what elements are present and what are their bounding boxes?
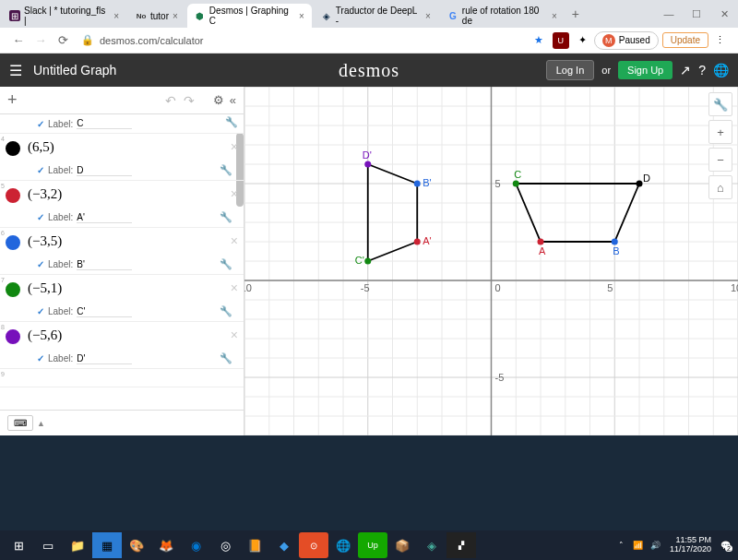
notifications-icon[interactable]: 💬2 bbox=[720, 541, 731, 550]
expression-row-empty[interactable]: 9 bbox=[0, 369, 244, 387]
wrench-icon[interactable]: 🔧 bbox=[220, 258, 232, 270]
edge-icon[interactable]: ◉ bbox=[181, 532, 210, 558]
forward-button[interactable]: → bbox=[31, 31, 50, 50]
close-window-button[interactable]: ✕ bbox=[710, 3, 738, 25]
chevron-up-icon[interactable]: ˄ bbox=[619, 541, 624, 550]
wrench-tool-icon[interactable]: 🔧 bbox=[708, 92, 732, 116]
app-icon[interactable]: ◆ bbox=[269, 532, 299, 558]
minimize-button[interactable]: — bbox=[655, 3, 683, 25]
close-icon[interactable]: × bbox=[113, 11, 119, 21]
expression-row[interactable]: 4 (6,5) × ✓Label:🔧 bbox=[0, 134, 244, 181]
graph-area[interactable]: 🔧 + − ⌂ -10-5510-550 ABCDA'B'C'D' bbox=[244, 87, 738, 435]
close-icon[interactable]: × bbox=[552, 11, 557, 21]
collapse-sidebar-icon[interactable]: « bbox=[230, 93, 236, 107]
wifi-icon[interactable]: 📶 bbox=[633, 541, 643, 550]
graph-title[interactable]: Untitled Graph bbox=[33, 63, 116, 77]
label-input[interactable] bbox=[77, 353, 132, 364]
update-button[interactable]: Update bbox=[662, 32, 708, 48]
tab-tutor[interactable]: Notutor× bbox=[128, 4, 185, 28]
home-button[interactable]: ⌂ bbox=[708, 175, 732, 199]
tab-deepl[interactable]: ◈Traductor de DeepL -× bbox=[314, 4, 438, 28]
share-icon[interactable]: ↗ bbox=[680, 63, 691, 77]
app-icon[interactable]: 📦 bbox=[387, 532, 417, 558]
expression-row[interactable]: 6 (−3,5) × ✓Label:🔧 bbox=[0, 228, 244, 275]
label-input[interactable] bbox=[77, 165, 132, 176]
check-icon[interactable]: ✓ bbox=[37, 212, 44, 222]
wrench-icon[interactable]: 🔧 bbox=[225, 116, 238, 128]
app-icon[interactable]: ▦ bbox=[92, 532, 122, 558]
wrench-icon[interactable]: 🔧 bbox=[220, 305, 232, 317]
delete-icon[interactable]: × bbox=[231, 186, 238, 201]
menu-icon[interactable]: ⋮ bbox=[711, 32, 728, 49]
check-icon[interactable]: ✓ bbox=[37, 259, 44, 269]
expression-row[interactable]: 7 (−5,1) × ✓Label:🔧 bbox=[0, 275, 244, 322]
ublock-icon[interactable]: U bbox=[553, 32, 569, 49]
settings-gear-icon[interactable]: ⚙ bbox=[213, 93, 224, 107]
reload-button[interactable]: ⟳ bbox=[54, 31, 72, 50]
explorer-icon[interactable]: 📁 bbox=[63, 532, 92, 558]
url-input[interactable]: 🔒desmos.com/calculator bbox=[81, 34, 520, 46]
clock[interactable]: 11:55 PM 11/17/2020 bbox=[670, 536, 711, 554]
wrench-icon[interactable]: 🔧 bbox=[220, 164, 232, 176]
star-icon[interactable]: ★ bbox=[530, 32, 547, 49]
volume-icon[interactable]: 🔊 bbox=[650, 541, 661, 550]
close-icon[interactable]: × bbox=[299, 11, 304, 21]
check-icon[interactable]: ✓ bbox=[37, 165, 44, 175]
wrench-icon[interactable]: 🔧 bbox=[220, 352, 232, 364]
delete-icon[interactable]: × bbox=[231, 280, 238, 295]
task-view-icon[interactable]: ▭ bbox=[33, 532, 63, 558]
back-button[interactable]: ← bbox=[9, 31, 28, 50]
app-icon[interactable]: 📙 bbox=[240, 532, 269, 558]
check-icon[interactable]: ✓ bbox=[37, 353, 44, 363]
point-color-icon[interactable] bbox=[6, 188, 20, 203]
delete-icon[interactable]: × bbox=[231, 139, 238, 154]
wrench-icon[interactable]: 🔧 bbox=[220, 211, 232, 223]
expression-row[interactable]: 5 (−3,2) × ✓Label:🔧 bbox=[0, 181, 244, 228]
maximize-button[interactable]: ☐ bbox=[683, 3, 710, 25]
delete-icon[interactable]: × bbox=[231, 328, 238, 342]
zoom-out-button[interactable]: − bbox=[708, 148, 732, 172]
expression-text[interactable]: (6,5) bbox=[0, 134, 244, 161]
help-icon[interactable]: ? bbox=[698, 63, 706, 77]
obs-icon[interactable]: ◎ bbox=[210, 532, 240, 558]
signup-button[interactable]: Sign Up bbox=[618, 61, 673, 79]
login-button[interactable]: Log In bbox=[546, 60, 595, 80]
close-icon[interactable]: × bbox=[425, 11, 431, 21]
start-button[interactable]: ⊞ bbox=[4, 532, 33, 558]
chevron-up-icon[interactable]: ▲ bbox=[37, 419, 45, 428]
zoom-in-button[interactable]: + bbox=[708, 120, 732, 144]
firefox-icon[interactable]: 🦊 bbox=[151, 532, 181, 558]
check-icon[interactable]: ✓ bbox=[37, 119, 44, 129]
app-icon[interactable]: ◈ bbox=[417, 532, 446, 558]
expression-row[interactable]: 8 (−5,6) × ✓Label:🔧 bbox=[0, 322, 244, 369]
label-input[interactable] bbox=[77, 306, 132, 317]
redo-button[interactable]: ↷ bbox=[184, 93, 195, 108]
upwork-icon[interactable]: Up bbox=[358, 532, 387, 558]
profile-paused[interactable]: MPaused bbox=[594, 31, 659, 50]
add-expression-button[interactable]: + bbox=[7, 90, 18, 110]
tab-desmos-active[interactable]: ⬢Desmos | Graphing C× bbox=[187, 4, 312, 28]
point-color-icon[interactable] bbox=[6, 329, 20, 344]
chrome-icon[interactable]: 🌐 bbox=[328, 532, 358, 558]
paint-icon[interactable]: 🎨 bbox=[122, 532, 151, 558]
new-tab-button[interactable]: + bbox=[565, 6, 587, 21]
expression-text[interactable]: (−3,2) bbox=[0, 181, 244, 208]
delete-icon[interactable]: × bbox=[231, 233, 238, 248]
app-icon[interactable]: ⊙ bbox=[299, 532, 328, 558]
expression-text[interactable]: (−3,5) bbox=[0, 228, 244, 255]
label-input[interactable] bbox=[77, 212, 132, 223]
point-color-icon[interactable] bbox=[6, 282, 20, 297]
expression-text[interactable]: (−5,6) bbox=[0, 322, 244, 349]
tab-google[interactable]: Grule of rotation 180 de× bbox=[440, 4, 565, 28]
point-color-icon[interactable] bbox=[6, 141, 20, 156]
expression-text[interactable]: (−5,1) bbox=[0, 275, 244, 302]
tab-slack[interactable]: ⊞Slack | * tutoring_fls | × bbox=[2, 4, 126, 28]
label-input[interactable] bbox=[77, 118, 132, 129]
keyboard-icon[interactable]: ⌨ bbox=[7, 415, 33, 431]
label-input[interactable] bbox=[77, 259, 132, 270]
point-color-icon[interactable] bbox=[6, 235, 20, 250]
check-icon[interactable]: ✓ bbox=[37, 306, 44, 316]
undo-button[interactable]: ↶ bbox=[165, 93, 176, 108]
app-icon[interactable]: ▞ bbox=[446, 532, 476, 558]
close-icon[interactable]: × bbox=[173, 11, 178, 21]
